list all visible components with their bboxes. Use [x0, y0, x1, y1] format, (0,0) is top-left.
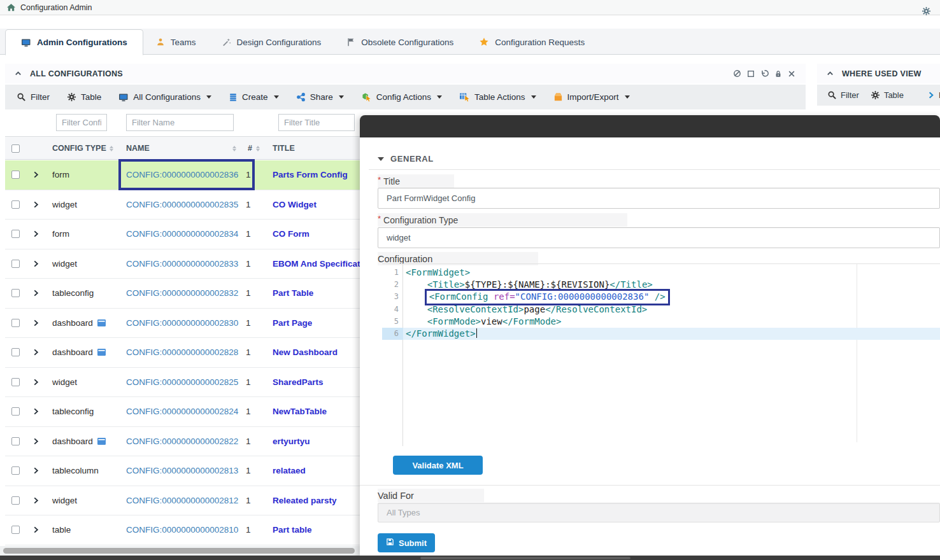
table-row[interactable]: widgetCONFIG:00000000000028251SharedPart… [5, 368, 360, 398]
table-row[interactable]: tableconfigCONFIG:00000000000028321Part … [5, 279, 360, 309]
table-row[interactable]: dashboardCONFIG:00000000000028301Part Pa… [5, 309, 360, 339]
lock-icon[interactable] [774, 70, 782, 78]
table-row[interactable]: widgetCONFIG:00000000000028121Releated p… [5, 486, 360, 516]
config-name-link[interactable]: CONFIG:0000000000002825 [126, 377, 238, 387]
row-expand-chevron-icon[interactable] [32, 467, 39, 474]
tab-design-configurations[interactable]: Design Configurations [209, 29, 334, 55]
row-expand-chevron-icon[interactable] [32, 290, 39, 297]
row-expand-chevron-icon[interactable] [32, 349, 39, 356]
row-checkbox[interactable] [11, 466, 20, 475]
row-checkbox[interactable] [11, 171, 20, 179]
config-title-link[interactable]: Part table [273, 525, 312, 535]
config-name-link[interactable]: CONFIG:0000000000002835 [126, 200, 238, 209]
table-row[interactable]: dashboardCONFIG:00000000000028221ertyurt… [5, 427, 360, 457]
tab-configuration-requests[interactable]: Configuration Requests [466, 29, 597, 55]
config-name-link[interactable]: CONFIG:0000000000002834 [126, 229, 238, 239]
table-row[interactable]: formCONFIG:00000000000028341CO Form [5, 220, 360, 249]
horizontal-scrollbar-track[interactable] [0, 546, 360, 556]
table-row[interactable]: tablecolumnCONFIG:00000000000028131relat… [5, 456, 360, 486]
table-row[interactable]: dashboardCONFIG:00000000000028281New Das… [5, 338, 360, 368]
row-expand-chevron-icon[interactable] [32, 438, 39, 445]
config-title-link[interactable]: New Dashboard [273, 347, 338, 357]
config-name-link[interactable]: CONFIG:0000000000002833 [126, 259, 238, 269]
row-expand-chevron-icon[interactable] [32, 171, 39, 178]
submit-button[interactable]: Submit [378, 533, 435, 552]
config-title-link[interactable]: Parts Form Config [273, 170, 348, 179]
row-expand-chevron-icon[interactable] [32, 230, 39, 237]
tab-teams[interactable]: Teams [143, 29, 209, 55]
row-checkbox[interactable] [11, 289, 20, 297]
settings-gear-icon[interactable] [922, 6, 931, 18]
config-name-link[interactable]: CONFIG:0000000000002822 [126, 437, 238, 446]
row-checkbox[interactable] [11, 319, 20, 327]
column-header-title[interactable]: TITLE [273, 144, 295, 153]
expand-button[interactable]: Expand [927, 90, 940, 100]
xml-code-editor[interactable]: 1<FormWidget>2 <Title>${TYPE}:${NAME}:${… [382, 263, 940, 446]
table-row[interactable]: widgetCONFIG:00000000000028331EBOM And S… [5, 249, 360, 279]
tab-obsolete-configurations[interactable]: Obsolete Configurations [334, 29, 466, 55]
row-checkbox[interactable] [11, 200, 20, 209]
configuration-type-input[interactable] [378, 227, 940, 248]
title-field-input[interactable] [378, 188, 940, 209]
row-checkbox[interactable] [11, 378, 20, 386]
filter-button[interactable]: Filter [17, 92, 50, 102]
config-title-link[interactable]: relataed [273, 466, 306, 475]
config-name-link[interactable]: CONFIG:0000000000002832 [126, 288, 238, 298]
sort-icon[interactable] [232, 146, 236, 151]
config-name-link[interactable]: CONFIG:0000000000002812 [126, 496, 238, 505]
row-checkbox[interactable] [11, 260, 20, 268]
maximize-icon[interactable] [747, 70, 755, 78]
column-header-config-type[interactable]: CONFIG TYPE [52, 144, 106, 153]
table-row[interactable]: tableconfigCONFIG:00000000000028241NewTa… [5, 397, 360, 427]
row-expand-chevron-icon[interactable] [32, 497, 39, 504]
row-expand-chevron-icon[interactable] [32, 201, 39, 208]
config-name-link[interactable]: CONFIG:0000000000002830 [126, 318, 238, 328]
edit-panel-drag-header[interactable] [360, 115, 940, 137]
row-expand-chevron-icon[interactable] [32, 319, 39, 326]
collapse-chevron-up-icon[interactable] [826, 69, 834, 78]
sort-icon[interactable] [256, 146, 260, 151]
validate-xml-button[interactable]: Validate XML [393, 456, 483, 475]
row-checkbox[interactable] [11, 437, 20, 445]
filter-name-input[interactable] [126, 114, 234, 131]
config-name-link[interactable]: CONFIG:0000000000002836 [126, 170, 238, 179]
config-title-link[interactable]: Part Page [273, 318, 312, 328]
table-actions-button[interactable]: Table Actions [459, 92, 536, 102]
table-row[interactable]: widgetCONFIG:00000000000028351CO Widget [5, 190, 360, 220]
row-expand-chevron-icon[interactable] [32, 526, 39, 533]
row-checkbox[interactable] [11, 230, 20, 238]
config-name-link[interactable]: CONFIG:0000000000002828 [126, 347, 238, 357]
general-section-toggle[interactable]: GENERAL [378, 154, 434, 164]
share-button[interactable]: Share [296, 92, 344, 102]
undo-icon[interactable] [760, 69, 769, 78]
config-title-link[interactable]: CO Widget [273, 200, 317, 209]
home-icon[interactable] [6, 3, 16, 12]
filter-title-input[interactable] [278, 114, 355, 131]
config-title-link[interactable]: CO Form [273, 229, 310, 239]
collapse-chevron-up-icon[interactable] [14, 69, 22, 78]
config-title-link[interactable]: Part Table [273, 288, 313, 298]
horizontal-scrollbar-thumb[interactable] [3, 548, 355, 554]
import-export-button[interactable]: Import/Export [553, 92, 630, 102]
bottom-scrollbar-thumb[interactable] [420, 557, 630, 559]
row-checkbox[interactable] [11, 496, 20, 505]
table-row[interactable]: formCONFIG:00000000000028361Parts Form C… [5, 160, 360, 190]
config-name-link[interactable]: CONFIG:0000000000002813 [126, 466, 238, 475]
tab-admin-configurations[interactable]: Admin Configurations [5, 29, 143, 55]
table-button[interactable]: Table [67, 92, 101, 102]
row-checkbox[interactable] [11, 526, 20, 534]
filter-button[interactable]: Filter [827, 90, 859, 100]
config-title-link[interactable]: ertyurtyu [273, 437, 310, 446]
row-checkbox[interactable] [11, 348, 20, 356]
filter-config-type-input[interactable] [56, 114, 107, 131]
config-title-link[interactable]: SharedParts [273, 377, 324, 387]
config-name-link[interactable]: CONFIG:0000000000002810 [126, 525, 238, 535]
column-header-name[interactable]: NAME [126, 144, 150, 153]
close-icon[interactable] [788, 70, 795, 78]
column-header-count[interactable]: # [248, 144, 252, 153]
row-expand-chevron-icon[interactable] [32, 408, 39, 415]
config-title-link[interactable]: Releated parsty [273, 496, 337, 505]
table-row[interactable]: tableCONFIG:00000000000028101Part table [5, 515, 360, 545]
row-checkbox[interactable] [11, 407, 20, 416]
refresh-icon[interactable] [733, 69, 741, 78]
